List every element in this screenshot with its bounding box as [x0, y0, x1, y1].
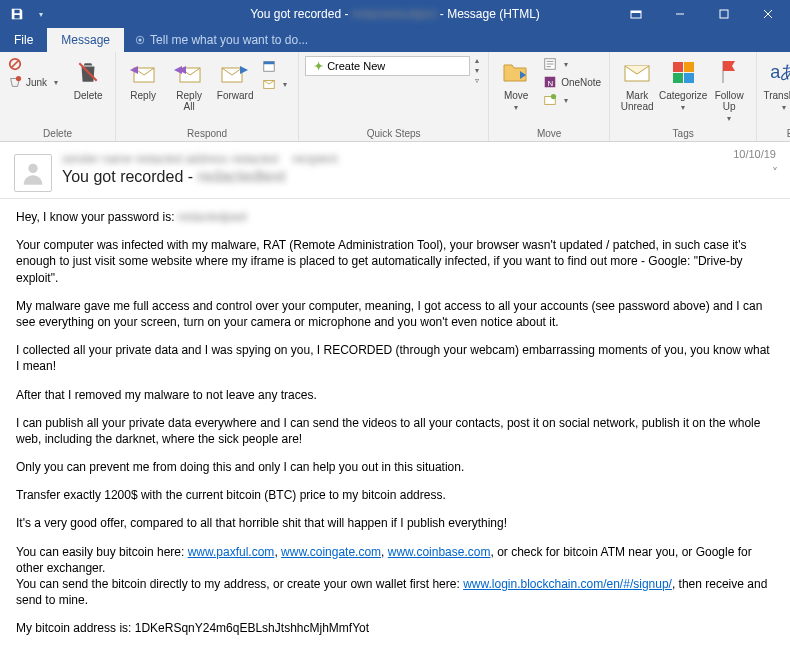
message-date: 10/10/19	[733, 148, 776, 160]
body-p6: I can publish all your private data ever…	[16, 415, 774, 447]
categorize-label: Categorize	[659, 90, 707, 101]
body-p10e: You can send the bitcoin directly to my …	[16, 577, 463, 591]
tell-me-search[interactable]: Tell me what you want to do...	[124, 28, 318, 52]
window-controls	[614, 0, 790, 28]
onenote-label: OneNote	[561, 77, 601, 88]
create-new-label: Create New	[327, 60, 385, 72]
group-editing: aあ Translate▾ ▾ ▾ Editing	[757, 52, 790, 141]
ignore-button[interactable]	[6, 56, 63, 72]
qs-more-icon[interactable]: ▿	[472, 76, 482, 85]
tab-message[interactable]: Message	[47, 28, 124, 52]
body-p11: My bitcoin address is: 1DKeRSqnY24m6qEBL…	[16, 620, 774, 636]
categorize-icon	[673, 62, 694, 83]
follow-up-button[interactable]: Follow Up▾	[706, 54, 752, 126]
svg-line-9	[12, 61, 19, 68]
link-paxful[interactable]: www.paxful.com	[188, 545, 275, 559]
close-button[interactable]	[746, 0, 790, 28]
message-header: sender name redacted address redacted re…	[0, 142, 790, 199]
group-delete-label: Delete	[4, 126, 111, 141]
body-p4: I collected all your private data and I …	[16, 342, 774, 374]
body-p5: After that I removed my malware to not l…	[16, 387, 774, 403]
qs-down-icon[interactable]: ▾	[472, 66, 482, 75]
forward-button[interactable]: Forward	[212, 54, 258, 103]
title-suffix: - Message (HTML)	[440, 7, 540, 21]
body-p2: Your computer was infected with my malwa…	[16, 237, 774, 286]
body-p8: Transfer exactly 1200$ with the current …	[16, 487, 774, 503]
tell-me-label: Tell me what you want to do...	[150, 33, 308, 47]
svg-point-22	[551, 94, 556, 99]
avatar	[14, 154, 52, 192]
move-label: Move	[504, 90, 528, 101]
ribbon: Junk▾ Delete Delete Reply Reply All Forw…	[0, 52, 790, 142]
onenote-button[interactable]: NOneNote	[541, 74, 603, 90]
expand-header-icon[interactable]: ˅	[772, 166, 778, 180]
follow-up-label: Follow Up	[715, 90, 744, 112]
reply-all-button[interactable]: Reply All	[166, 54, 212, 114]
qat-dropdown-icon[interactable]: ▾	[30, 3, 52, 25]
group-delete: Junk▾ Delete Delete	[0, 52, 116, 141]
body-p1-prefix: Hey, I know your password is:	[16, 210, 175, 224]
delete-label: Delete	[74, 90, 103, 101]
ribbon-display-icon[interactable]	[614, 0, 658, 28]
create-new-button[interactable]: ✦ Create New	[305, 56, 470, 76]
group-editing-label: Editing	[761, 126, 790, 141]
title-prefix: You got recorded -	[250, 7, 348, 21]
move-button[interactable]: Move▾	[493, 54, 539, 115]
mark-unread-button[interactable]: Mark Unread	[614, 54, 660, 114]
link-coingate[interactable]: www.coingate.com	[281, 545, 381, 559]
qs-up-icon[interactable]: ▴	[472, 56, 482, 65]
group-tags-label: Tags	[614, 126, 752, 141]
translate-label: Translate	[763, 90, 790, 101]
meeting-button[interactable]	[260, 58, 292, 74]
body-p1-password: redactedpwd	[178, 210, 247, 224]
reply-label: Reply	[130, 90, 156, 101]
svg-rect-16	[264, 62, 275, 65]
group-move: Move▾ ▾ NOneNote ▾ Move	[489, 52, 610, 141]
quick-access-toolbar: ▾	[0, 3, 58, 25]
minimize-button[interactable]	[658, 0, 702, 28]
group-respond: Reply Reply All Forward ▾ Respond	[116, 52, 299, 141]
junk-button[interactable]: Junk▾	[6, 74, 63, 90]
title-redacted: redactedsubject	[352, 7, 437, 21]
from-name: sender name redacted address redacted	[62, 152, 278, 166]
mark-unread-label: Mark Unread	[621, 90, 654, 112]
rules-button[interactable]: ▾	[541, 56, 603, 72]
reply-button[interactable]: Reply	[120, 54, 166, 103]
group-move-label: Move	[493, 126, 605, 141]
reply-all-label: Reply All	[176, 90, 202, 112]
group-qs-label: Quick Steps	[303, 126, 484, 141]
title-bar: ▾ You got recorded - redactedsubject - M…	[0, 0, 790, 28]
svg-rect-3	[720, 10, 728, 18]
junk-label: Junk	[26, 77, 47, 88]
actions-button[interactable]: ▾	[541, 92, 603, 108]
more-respond-button[interactable]: ▾	[260, 76, 292, 92]
group-tags: Mark Unread Categorize▾ Follow Up▾ Tags	[610, 52, 757, 141]
save-icon[interactable]	[6, 3, 28, 25]
delete-button[interactable]: Delete	[65, 54, 111, 103]
maximize-button[interactable]	[702, 0, 746, 28]
svg-point-29	[28, 164, 37, 173]
tab-file[interactable]: File	[0, 28, 47, 52]
group-quick-steps: ✦ Create New ▴ ▾ ▿ Quick Steps	[299, 52, 489, 141]
forward-label: Forward	[217, 90, 254, 101]
subject-redacted: redactedtext	[198, 168, 286, 185]
body-p12: Copy and paste my address, it's (cAsE-sE…	[16, 649, 774, 652]
body-p10c: ,	[381, 545, 388, 559]
categorize-button[interactable]: Categorize▾	[660, 54, 706, 115]
body-p9: It's a very good offer, compared to all …	[16, 515, 774, 531]
subject-line: You got recorded - redactedtext	[62, 168, 338, 186]
message-body[interactable]: Hey, I know your password is: redactedpw…	[0, 199, 790, 652]
svg-point-7	[139, 39, 142, 42]
to-name: recipient	[292, 152, 337, 166]
link-blockchain[interactable]: www.login.blockchain.com/en/#/signup/	[463, 577, 672, 591]
body-p7: Only you can prevent me from doing this …	[16, 459, 774, 475]
svg-text:N: N	[548, 79, 554, 88]
svg-rect-1	[631, 11, 641, 13]
link-coinbase[interactable]: www.coinbase.com	[388, 545, 491, 559]
body-p3: My malware gave me full access and contr…	[16, 298, 774, 330]
translate-button[interactable]: aあ Translate▾	[761, 54, 790, 115]
window-title: You got recorded - redactedsubject - Mes…	[250, 7, 540, 21]
subject-prefix: You got recorded -	[62, 168, 193, 185]
svg-point-10	[16, 76, 21, 81]
body-p10a: You can easily buy bitcoin here:	[16, 545, 188, 559]
